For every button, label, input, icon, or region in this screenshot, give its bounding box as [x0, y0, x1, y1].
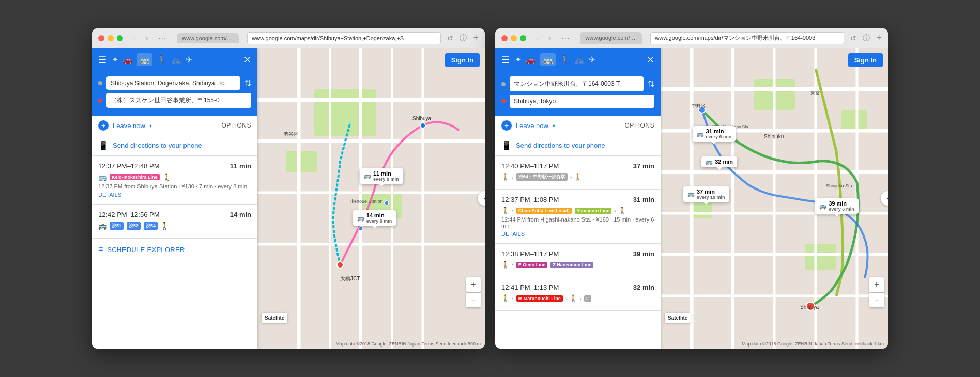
new-tab-button-1[interactable]: +	[473, 33, 479, 43]
reload-button-2[interactable]: ↺	[850, 34, 856, 42]
callout-freq-1b: every 6 min	[366, 218, 392, 224]
tab-bar-2: www.google.com/maps/dir/マンション中野米川台、〒164-…	[580, 32, 642, 44]
browser-content-2: ☰ ✦ 🚗 🚌 🚶 🚲 ✈ ✕ マンション中野米川台、〒164-0003 T	[495, 48, 888, 349]
map-nav-icon-2[interactable]: ✦	[515, 55, 522, 65]
traffic-lights-1	[98, 35, 123, 41]
leave-now-text-2[interactable]: Leave now	[516, 122, 548, 130]
route-option-1-2[interactable]: 12:42 PM–12:56 PM 14 min 🚌 渋51 渋52 渋54 🚶	[92, 205, 257, 239]
callout-time-2c: 37 min	[697, 189, 725, 195]
minimize-button-1[interactable]	[108, 35, 114, 41]
transit-nav-icon-2[interactable]: 🚌	[540, 53, 556, 66]
route-inputs-1: Shibuya Station, Dogenzaka, Shibuya, To …	[92, 71, 257, 116]
more-button-2[interactable]: ···	[559, 34, 572, 43]
zoom-out-button-1[interactable]: −	[466, 293, 481, 307]
zoom-out-button-2[interactable]: −	[869, 293, 884, 307]
add-stop-button-1[interactable]: +	[98, 120, 109, 131]
reload-button-1[interactable]: ↺	[447, 34, 453, 42]
tab-1[interactable]: www.google.com/maps/dir/Shibuya+Station,…	[177, 33, 239, 43]
route-duration-2-2: 31 min	[633, 196, 654, 203]
back-button-2[interactable]: ‹	[532, 33, 543, 43]
map-nav-icon-1[interactable]: ✦	[112, 55, 118, 65]
map-callout-2c: 🚌 37 min every 10 min	[683, 186, 729, 202]
route-icons-1-1: 🚌 Keio-Inokashira Line 🚶	[98, 173, 251, 181]
route-header-1-1: 12:37 PM–12:48 PM 11 min	[98, 162, 251, 170]
svg-point-16	[359, 227, 363, 231]
leave-now-text-1[interactable]: Leave now	[113, 122, 145, 130]
callout-icon-bus-2a: 🚌	[697, 131, 704, 137]
hamburger-icon-2[interactable]: ☰	[501, 54, 510, 66]
hamburger-icon-1[interactable]: ☰	[98, 54, 106, 66]
destination-text-1: （株）スズケン世田谷事業所、〒155-0	[111, 97, 220, 104]
route-detail-text-1-1: 12:37 PM from Shibuya Station	[98, 183, 177, 190]
line-badge-2-3a: E Oedo Line	[516, 262, 548, 268]
plane-nav-icon-1[interactable]: ✈	[186, 55, 192, 65]
line-badge-2-4b: F	[584, 295, 591, 302]
swap-button-2[interactable]: ⇅	[648, 79, 654, 89]
back-button-1[interactable]: ‹	[129, 33, 140, 43]
info-button-1[interactable]: ⓘ	[460, 34, 467, 43]
svg-text:Shibuya: Shibuya	[800, 304, 819, 310]
route-option-2-2[interactable]: 12:37 PM–1:08 PM 31 min 🚶 › Chuo-Sobu Li…	[495, 190, 661, 244]
route-time-2-3: 12:38 PM–1:17 PM	[501, 250, 559, 258]
info-button-2[interactable]: ⓘ	[863, 34, 870, 43]
route-option-2-1[interactable]: 12:40 PM–1:17 PM 37 min 🚶 › 渋64：中野駅〜渋谷駅 …	[495, 156, 661, 190]
sign-in-button-1[interactable]: Sign In	[445, 53, 480, 67]
arrow-icon-2-1: ›	[512, 174, 514, 180]
car-nav-icon-1[interactable]: 🚗	[122, 55, 133, 65]
new-tab-button-2[interactable]: +	[876, 33, 882, 43]
route-option-2-4[interactable]: 12:41 PM–1:13 PM 32 min 🚶 › M Marunouchi…	[495, 277, 661, 311]
details-link-1-1[interactable]: DETAILS	[98, 192, 251, 198]
destination-input-2[interactable]: Shibuya, Tokyo	[510, 95, 654, 108]
origin-input-1[interactable]: Shibuya Station, Dogenzaka, Shibuya, To	[106, 76, 240, 90]
close-maps-2[interactable]: ✕	[647, 54, 654, 66]
origin-dot-1	[98, 81, 102, 85]
address-bar-1[interactable]: www.google.com/maps/dir/Shibuya+Station,…	[247, 32, 441, 44]
send-directions-2[interactable]: 📱 Send directions to your phone	[495, 135, 661, 156]
options-button-1[interactable]: OPTIONS	[221, 122, 251, 129]
maximize-button-2[interactable]	[520, 35, 526, 41]
tab-2[interactable]: www.google.com/maps/dir/マンション中野米川台、〒164-…	[580, 32, 642, 44]
transit-nav-icon-1[interactable]: 🚌	[137, 53, 152, 66]
leave-now-chevron-1: ▾	[149, 123, 152, 129]
options-button-2[interactable]: OPTIONS	[624, 122, 654, 129]
send-directions-text-1: Send directions to your phone	[113, 142, 202, 149]
zoom-in-button-2[interactable]: +	[869, 277, 884, 292]
address-bar-2[interactable]: www.google.com/maps/dir/マンション中野米川台、〒164-…	[650, 32, 844, 44]
zoom-in-button-1[interactable]: +	[466, 277, 481, 292]
schedule-icon-1: ≡	[98, 245, 103, 254]
route-time-2-1: 12:40 PM–1:17 PM	[501, 162, 559, 170]
route-option-2-3[interactable]: 12:38 PM–1:17 PM 39 min 🚶 › E Oedo Line …	[495, 244, 661, 277]
maximize-button-1[interactable]	[117, 35, 123, 41]
send-directions-1[interactable]: 📱 Send directions to your phone	[92, 135, 257, 156]
car-nav-icon-2[interactable]: 🚗	[526, 55, 536, 65]
forward-button-2[interactable]: ›	[545, 33, 555, 43]
walk-nav-icon-2[interactable]: 🚶	[560, 55, 570, 65]
attribution-text-1: Map data ©2018 Google, ZENRIN Japan Term…	[335, 341, 481, 347]
add-stop-button-2[interactable]: +	[501, 120, 512, 131]
browser-window-2: ‹ › ··· www.google.com/maps/dir/マンション中野米…	[495, 28, 888, 349]
maps-nav-icons-1: ✦ 🚗 🚌 🚶 🚲 ✈	[112, 53, 192, 66]
satellite-button-1[interactable]: Satellite	[262, 313, 287, 323]
bike-nav-icon-2[interactable]: 🚲	[574, 55, 585, 65]
minimize-button-2[interactable]	[511, 35, 517, 41]
destination-input-1[interactable]: （株）スズケン世田谷事業所、〒155-0	[106, 93, 251, 108]
maps-header-2: ☰ ✦ 🚗 🚌 🚶 🚲 ✈ ✕	[495, 48, 661, 71]
walk-nav-icon-1[interactable]: 🚶	[157, 55, 167, 65]
schedule-explorer-1[interactable]: ≡ SCHEDULE EXPLORER	[92, 239, 257, 260]
close-button-2[interactable]	[501, 35, 508, 41]
route-option-1-1[interactable]: 12:37 PM–12:48 PM 11 min 🚌 Keio-Inokashi…	[92, 156, 257, 205]
sign-in-button-2[interactable]: Sign In	[848, 53, 883, 67]
route-duration-2-3: 39 min	[633, 250, 654, 258]
origin-input-2[interactable]: マンション中野米川台、〒164-0003 T	[510, 76, 644, 91]
maps-sidebar-2: ☰ ✦ 🚗 🚌 🚶 🚲 ✈ ✕ マンション中野米川台、〒164-0003 T	[495, 48, 661, 349]
plane-nav-icon-2[interactable]: ✈	[589, 55, 595, 65]
swap-button-1[interactable]: ⇅	[244, 78, 251, 88]
bike-nav-icon-1[interactable]: 🚲	[171, 55, 181, 65]
route-icons-2-1: 🚶 › 渋64：中野駅〜渋谷駅 › 🚶	[501, 173, 654, 181]
close-button-1[interactable]	[98, 35, 104, 41]
forward-button-1[interactable]: ›	[142, 33, 152, 43]
close-maps-1[interactable]: ✕	[243, 54, 251, 66]
satellite-button-2[interactable]: Satellite	[665, 313, 691, 323]
details-link-2-2[interactable]: DETAILS	[501, 231, 654, 237]
more-button-1[interactable]: ···	[156, 34, 169, 43]
